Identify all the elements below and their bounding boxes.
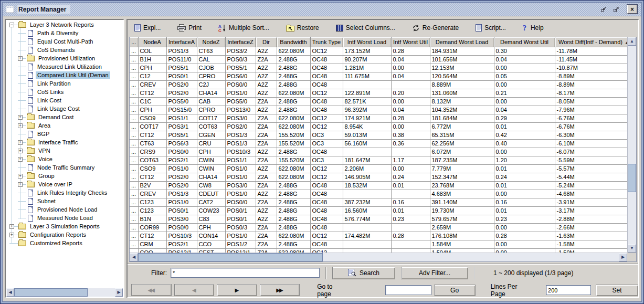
column-header-intf-worst-load[interactable]: Intf Worst Load <box>343 37 391 47</box>
tree-item-configuration-reports[interactable]: +Configuration Reports <box>6 230 123 239</box>
tree-item-layer-3-network-reports[interactable]: −Layer 3 Network Reports <box>6 20 123 29</box>
tree-item-vpn[interactable]: +VPN <box>6 146 123 155</box>
column-header-worst-diff-intf-demand[interactable]: Worst Diff(Intf - Demand)▲ <box>555 37 627 47</box>
column-header-dir[interactable]: Dir <box>256 37 277 47</box>
table-row[interactable]: ...B2VPOS2/0CW8POS3/0Z2A2.488GOC4818.532… <box>130 181 627 190</box>
tree-item-group[interactable]: +Group <box>6 172 123 180</box>
tree-item-link-rules-integrity-checks[interactable]: Link Rules Integrity Checks <box>6 188 123 197</box>
tree-item-interface-traffic[interactable]: +Interface Traffic <box>6 138 123 146</box>
scroll-track[interactable] <box>138 253 619 261</box>
search-button[interactable]: Search <box>332 267 395 279</box>
tree-expander-icon[interactable]: + <box>18 140 23 145</box>
tree-item-customized-reports[interactable]: Customized Reports <box>6 239 123 247</box>
scroll-thumb[interactable] <box>138 253 323 261</box>
table-row[interactable]: ...B1HPOS11/0CALPOS0/3Z2A2.488GOC4890.20… <box>130 55 627 64</box>
table-row[interactable]: ...COOPOS12/1CESTPOS12/1Z2A622.080MOC121… <box>130 248 627 253</box>
tree-expander-icon[interactable]: − <box>9 23 14 27</box>
previous-page-button[interactable]: ◀ <box>174 284 215 296</box>
tree-expander-icon[interactable]: + <box>9 224 14 229</box>
scroll-thumb[interactable] <box>628 164 636 192</box>
table-row[interactable]: ...COT63POS2/1CWINPOS1/1Z2A155.520MOC318… <box>130 156 627 164</box>
column-header-interfacea[interactable]: InterfaceA <box>166 37 197 47</box>
first-page-button[interactable]: ◀◀ <box>131 284 172 296</box>
tree-item-demand-cost[interactable]: +Demand Cost <box>6 113 123 121</box>
toolbar-button-script[interactable]: Script... <box>474 23 508 33</box>
scroll-right-button[interactable]: ▶ <box>619 253 627 261</box>
column-header-demand-worst-load[interactable]: Demand Worst Load <box>430 37 494 47</box>
scroll-left-button[interactable]: ◀ <box>6 288 14 297</box>
table-row[interactable]: ...CRMPOS2/1CCOPOS1/2Z2A2.488GOC481.584M… <box>130 240 627 248</box>
column-header-intf-worst-util[interactable]: Intf Worst Util <box>391 37 430 47</box>
tree-expander-icon[interactable]: + <box>18 115 23 120</box>
tree-item-measured-link-utilization[interactable]: Measured Link Utilization <box>6 62 123 71</box>
table-row[interactable]: ...CSO9POS1/0CWINPOS1/0A2Z622.080MOC122.… <box>130 164 627 173</box>
toolbar-button-multiple-sort[interactable]: ACMultiple Sort... <box>217 23 271 33</box>
tree-expander-icon[interactable]: + <box>18 182 23 187</box>
tree-item-voice[interactable]: +Voice <box>6 155 123 163</box>
tree-item-compared-link-util-deman[interactable]: Compared Link Util (Deman <box>6 71 123 79</box>
toolbar-button-help[interactable]: ?Help <box>521 23 545 33</box>
tree-item-area[interactable]: +Area <box>6 121 123 130</box>
scroll-down-button[interactable]: ▼ <box>628 244 636 253</box>
tree-item-layer-3-simulation-reports[interactable]: +Layer 3 Simulation Reports <box>6 222 123 230</box>
column-header-trunk-type[interactable]: Trunk Type <box>310 37 343 47</box>
column-header-demand-worst-util[interactable]: Demand Worst Util <box>494 37 555 47</box>
tree-item-bgp[interactable]: BGP <box>6 130 123 138</box>
column-header-nodez[interactable]: NodeZ <box>197 37 225 47</box>
table-row[interactable]: ...B1NPOS3/0C83POS0/1A2Z2.488GOC48576.77… <box>130 215 627 223</box>
horizontal-scrollbar[interactable]: ◀ ▶ <box>130 253 627 261</box>
lines-per-page-input[interactable] <box>546 285 591 295</box>
table-row[interactable]: ...COR99POS0/0CPHPOS0/3Z2A2.488GOC482.65… <box>130 223 627 232</box>
toolbar-button-expl[interactable]: Expl... <box>133 23 162 33</box>
tree-expander-icon[interactable]: + <box>9 233 14 237</box>
tree-item-node-traffic-summary[interactable]: Node Traffic Summary <box>6 163 123 172</box>
scroll-right-button[interactable]: ▶ <box>115 288 123 297</box>
table-row[interactable]: ...CT12POS5/1CGENPOS1/3Z2A155.520MOC359.… <box>130 131 627 139</box>
toolbar-button-re-generate[interactable]: Re-Generate <box>410 23 460 33</box>
table-row[interactable]: ...C12POS0/1CPROPOS6/0A2Z2.488GOC48111.6… <box>130 72 627 80</box>
scroll-thumb[interactable] <box>14 288 88 297</box>
titlebar[interactable]: Report Manager × <box>3 3 641 16</box>
table-row[interactable]: ...COT17POS3/1COT63POS2/0Z2A622.080MOC12… <box>130 122 627 131</box>
close-button[interactable]: × <box>627 5 637 14</box>
set-button[interactable]: Set <box>596 285 638 296</box>
tree-item-link-partition[interactable]: Link Partition <box>6 79 123 88</box>
tree-item-measured-node-load[interactable]: Measured Node Load <box>6 214 123 222</box>
scroll-track[interactable] <box>628 46 636 244</box>
table-row[interactable]: ...COLPOS1/3CT63POS3/2A2Z622.080MOC12173… <box>130 47 627 55</box>
filter-input[interactable] <box>171 268 320 278</box>
last-page-button[interactable]: ▶▶ <box>260 284 300 296</box>
toolbar-button-restore[interactable]: Restore <box>284 23 321 33</box>
go-button[interactable]: Go <box>434 285 476 296</box>
table-row[interactable]: ...CT12POS2/0CHA14POS1/0Z2A622.080MOC121… <box>130 173 627 181</box>
column-header-bandwidth[interactable]: Bandwidth <box>277 37 310 47</box>
toolbar-button-print[interactable]: Print <box>176 23 203 33</box>
table-row[interactable]: ...CT63POS6/3CRUPOS1/3Z2A155.520MOC356.1… <box>130 139 627 148</box>
tree-item-cos-demands[interactable]: CoS Demands <box>6 46 123 54</box>
table-row[interactable]: ...C123POS0/1COW23POS0/1A2Z2.488GOC4816.… <box>130 206 627 215</box>
vertical-scrollbar[interactable]: ▲ ▼ <box>627 37 636 253</box>
table-row[interactable]: ...CRS9POS0/0CPHPOS10/3A2Z2.488GOC486.07… <box>130 148 627 156</box>
column-header-interfacez[interactable]: InterfaceZ <box>225 37 256 47</box>
table-row[interactable]: ...CT12POS10/3CON14POS1/0Z2A622.080MOC12… <box>130 232 627 240</box>
table-row[interactable]: ...CREVPOS2/0C2JPOS0/0A2Z2.488GOC488.889… <box>130 80 627 89</box>
column-header-[interactable]: ... <box>130 37 138 47</box>
tree-item-provisioned-utilization[interactable]: +Provisioned Utilization <box>6 54 123 62</box>
tree-expander-icon[interactable]: + <box>18 123 23 128</box>
tree-item-subnet[interactable]: Subnet <box>6 197 123 205</box>
tree-item-voice-over-ip[interactable]: +Voice over IP <box>6 180 123 188</box>
table-row[interactable]: ...CSO9POS1/1COT17POS3/0Z2A622.080MOC121… <box>130 114 627 122</box>
table-row[interactable]: ...CT12POS2/0CHA14POS1/0A2Z622.080MOC121… <box>130 89 627 97</box>
minimize-button[interactable] <box>599 5 608 14</box>
tree-expander-icon[interactable]: + <box>18 56 23 61</box>
scroll-up-button[interactable]: ▲ <box>628 37 636 46</box>
toolbar-button-select-columns[interactable]: Select Columns... <box>334 23 397 33</box>
tree-item-provisioned-node-load[interactable]: Provisioned Node Load <box>6 205 123 214</box>
next-page-button[interactable]: ▶ <box>217 284 257 296</box>
adv-filter-button[interactable]: Adv Filter... <box>401 267 468 279</box>
tree-expander-icon[interactable]: + <box>18 149 23 153</box>
table-row[interactable]: ...C1CPOS5/0CABPOS5/0Z2A2.488GOC4882.571… <box>130 97 627 106</box>
table-row[interactable]: ...CREVPOS1/3CDEUTPOS1/0A2Z2.488GOC484.6… <box>130 190 627 198</box>
tree-item-cos-links[interactable]: CoS Links <box>6 88 123 96</box>
table-row[interactable]: ...C123POS1/0CAT2POS0/0Z2A2.488GOC48387.… <box>130 198 627 206</box>
